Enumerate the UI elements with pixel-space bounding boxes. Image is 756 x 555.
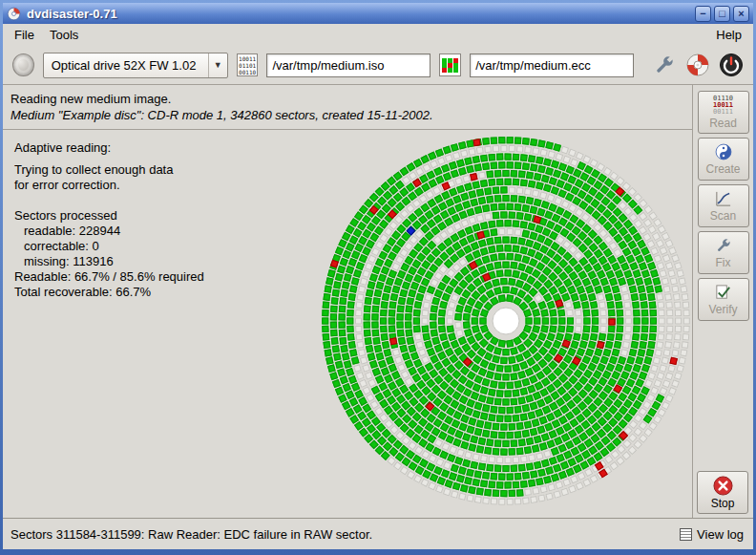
mode-desc-line: for error correction. bbox=[14, 178, 305, 193]
read-label: Read bbox=[709, 117, 737, 130]
view-log-button[interactable]: View log bbox=[680, 527, 746, 542]
recoverable-percentage: Total recoverable: 66.7% bbox=[14, 285, 305, 300]
minimize-button[interactable]: − bbox=[695, 6, 711, 22]
drive-selector-value: Optical drive 52X FW 1.02 bbox=[52, 58, 197, 73]
titlebar[interactable]: dvdisaster-0.71 − □ × bbox=[3, 3, 753, 24]
stat-readable: readable: 228944 bbox=[14, 224, 305, 239]
fix-label: Fix bbox=[716, 256, 731, 269]
client-area: File Tools Help Optical drive 52X FW 1.0… bbox=[3, 24, 753, 549]
chevron-down-icon: ▼ bbox=[208, 53, 227, 77]
disc-icon bbox=[685, 53, 710, 77]
chart-icon bbox=[714, 190, 732, 208]
status-message: Sectors 311584-311599: Raw Reader: EDC f… bbox=[10, 527, 674, 542]
ecc-file-icon bbox=[439, 53, 461, 76]
window-frame: dvdisaster-0.71 − □ × File Tools Help Op… bbox=[0, 0, 756, 555]
ecc-file-input[interactable] bbox=[470, 53, 634, 77]
drive-icon bbox=[12, 53, 34, 76]
fix-button[interactable]: Fix bbox=[698, 231, 749, 274]
menu-help[interactable]: Help bbox=[708, 25, 749, 45]
mode-desc-line: Trying to collect enough data bbox=[14, 162, 305, 178]
drive-selector[interactable]: Optical drive 52X FW 1.02 ▼ bbox=[43, 53, 228, 78]
verify-label: Verify bbox=[708, 303, 737, 316]
status-line-medium: Medium "Example disc": CD-R mode 1, 3428… bbox=[10, 107, 684, 123]
status-line-action: Reading new medium image. bbox=[10, 91, 684, 107]
sectors-title: Sectors processed bbox=[14, 208, 305, 224]
create-button[interactable]: Create bbox=[698, 138, 749, 181]
view-log-label: View log bbox=[697, 527, 744, 542]
read-button[interactable]: 01110 10011 00111 Read bbox=[698, 91, 749, 134]
binary-read-icon: 01110 10011 00111 bbox=[713, 96, 733, 116]
power-icon bbox=[719, 53, 744, 77]
log-icon bbox=[680, 528, 692, 541]
iso-file-icon: 100110110100110 bbox=[237, 53, 259, 76]
fix-wrench-icon bbox=[714, 237, 732, 255]
preferences-button[interactable] bbox=[651, 52, 676, 78]
reading-info-panel: Adaptive reading: Trying to collect enou… bbox=[14, 140, 305, 300]
exit-button[interactable] bbox=[719, 52, 744, 78]
image-file-input[interactable] bbox=[266, 53, 430, 77]
window-title: dvdisaster-0.71 bbox=[27, 7, 689, 21]
menu-file[interactable]: File bbox=[7, 25, 42, 45]
stop-button[interactable]: Stop bbox=[697, 471, 748, 514]
menubar: File Tools Help bbox=[3, 24, 753, 46]
stat-missing: missing: 113916 bbox=[14, 254, 305, 269]
action-sidebar: 01110 10011 00111 Read Create bbox=[693, 85, 753, 518]
close-button[interactable]: × bbox=[733, 6, 749, 22]
disc-tool-button[interactable] bbox=[684, 52, 709, 78]
toolbar: Optical drive 52X FW 1.02 ▼ 100110110100… bbox=[3, 46, 753, 85]
readable-percentage: Readable: 66.7% / 85.6% required bbox=[14, 269, 305, 285]
scan-button[interactable]: Scan bbox=[698, 184, 749, 227]
menu-tools[interactable]: Tools bbox=[42, 25, 86, 45]
scan-label: Scan bbox=[710, 209, 736, 223]
stop-label: Stop bbox=[711, 497, 735, 510]
maximize-button[interactable]: □ bbox=[714, 6, 730, 22]
check-document-icon bbox=[714, 284, 732, 302]
statusbar: Sectors 311584-311599: Raw Reader: EDC f… bbox=[3, 518, 753, 549]
verify-button[interactable]: Verify bbox=[698, 278, 749, 321]
status-heading: Reading new medium image. Medium "Exampl… bbox=[3, 85, 692, 130]
wrench-icon bbox=[652, 53, 676, 77]
stop-icon bbox=[713, 476, 733, 496]
yin-yang-icon bbox=[714, 142, 733, 161]
mode-title: Adaptive reading: bbox=[14, 140, 305, 156]
create-label: Create bbox=[705, 162, 740, 176]
stat-correctable: correctable: 0 bbox=[14, 239, 305, 254]
sector-spiral-canvas bbox=[315, 130, 697, 512]
app-icon bbox=[7, 7, 21, 21]
